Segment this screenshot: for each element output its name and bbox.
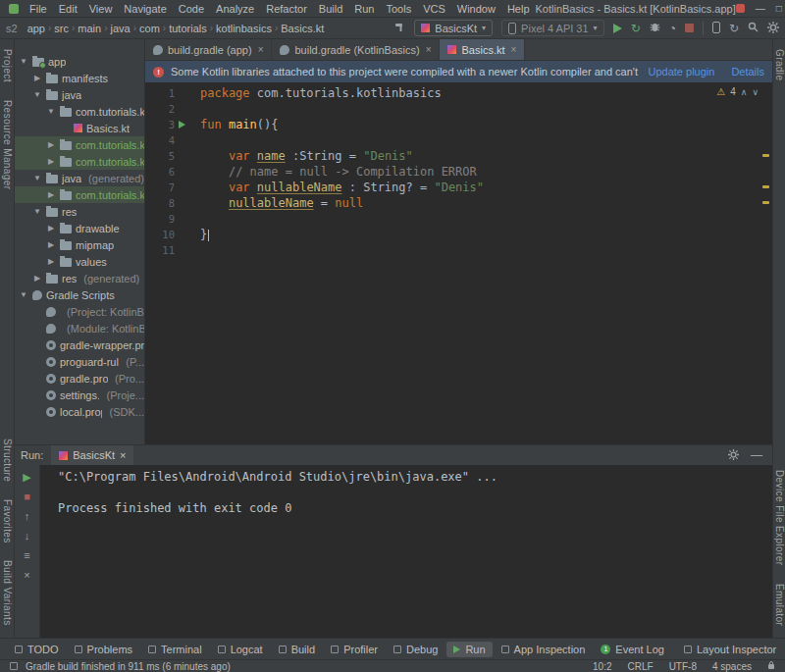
inspection-widget[interactable]: ⚠ 4 ∧ ∨ <box>716 86 759 97</box>
tree-item-com-tutorials-kotlinbasics[interactable]: ▶com.tutorials.kotlinbasics <box>15 153 144 170</box>
toolwindow-tab-profiler[interactable]: Profiler <box>324 642 385 657</box>
tree-item-drawable[interactable]: ▶drawable <box>15 220 144 236</box>
tree-item-values[interactable]: ▶values <box>15 253 144 270</box>
toolwindow-button-device-file-explorer[interactable]: Device File Explorer <box>774 470 785 565</box>
tree-item-gradle-scripts[interactable]: ▼Gradle Scripts <box>15 286 144 303</box>
search-everywhere-icon[interactable] <box>748 22 759 34</box>
breadcrumb-item-tutorials[interactable]: tutorials <box>167 23 209 34</box>
tree-collapse-icon[interactable]: ▼ <box>32 174 42 182</box>
details-link[interactable]: Details <box>721 66 764 78</box>
rerun-icon[interactable]: ▶ <box>23 472 30 483</box>
toolwindow-button-structure[interactable]: Structure <box>2 439 13 482</box>
toolwindow-tab-debug[interactable]: Debug <box>387 642 445 657</box>
settings-gear-icon[interactable] <box>767 22 779 35</box>
tree-expand-icon[interactable]: ▶ <box>46 224 56 233</box>
toolwindow-tab-problems[interactable]: Problems <box>68 642 139 657</box>
tree-item-com-tutorials-kotlinbasics[interactable]: ▶com.tutorials.kotlinbasics <box>15 136 144 153</box>
soft-wrap-icon[interactable]: ≡ <box>24 550 29 561</box>
menu-analyze[interactable]: Analyze <box>210 3 260 15</box>
prev-warning-icon[interactable]: ∧ <box>741 87 748 97</box>
menu-run[interactable]: Run <box>348 3 380 15</box>
tree-expand-icon[interactable]: ▶ <box>32 74 42 82</box>
tree-item-java[interactable]: ▼java <box>15 86 144 103</box>
tree-collapse-icon[interactable]: ▼ <box>32 90 42 99</box>
tree-collapse-icon[interactable]: ▼ <box>19 57 28 66</box>
hide-panel-icon[interactable]: — <box>751 449 762 461</box>
tree-expand-icon[interactable]: ▶ <box>46 240 56 249</box>
menu-code[interactable]: Code <box>173 3 210 15</box>
debug-button[interactable] <box>650 22 660 34</box>
breadcrumb-item-src[interactable]: src <box>52 23 71 34</box>
editor-tab-basics-kt[interactable]: Basics.kt× <box>440 39 525 60</box>
toolwindow-button-build-variants[interactable]: Build Variants <box>2 560 13 626</box>
tree-item-app[interactable]: ▼app <box>15 53 144 70</box>
toolwindow-button-emulator[interactable]: Emulator <box>774 584 785 626</box>
statusbar-item-event-log[interactable]: 1Event Log <box>594 642 671 657</box>
lock-icon[interactable] <box>767 660 775 672</box>
tree-item-mipmap[interactable]: ▶mipmap <box>15 236 144 253</box>
editor-tab-build-gradle-app-[interactable]: build.gradle (app)× <box>145 39 272 60</box>
menu-refactor[interactable]: Refactor <box>260 3 313 15</box>
tree-expand-icon[interactable]: ▶ <box>46 257 56 266</box>
toolwindow-tab-terminal[interactable]: Terminal <box>141 642 209 657</box>
breadcrumb-item-app[interactable]: app <box>26 23 47 34</box>
breadcrumb-item-java[interactable]: java <box>109 23 132 34</box>
minimize-button[interactable]: — <box>756 3 765 14</box>
toolwindow-button-gradle[interactable]: Gradle <box>774 49 785 80</box>
tree-collapse-icon[interactable]: ▼ <box>32 207 42 216</box>
tree-item-local-properties[interactable]: local.properties (SDK... <box>15 403 144 420</box>
build-hammer-icon[interactable] <box>394 22 405 34</box>
editor-tab-build-gradle-kotlinbasics-[interactable]: build.gradle (KotlinBasics)× <box>272 39 440 60</box>
tree-item-settings-gradle[interactable]: settings.gradle (Proje... <box>15 387 144 403</box>
tree-item-gradle-wrapper-properties[interactable]: gradle-wrapper.properties <box>15 336 144 353</box>
tree-item-build-gradle[interactable]: build.gradle (Module: KotlinBasics.app) <box>15 320 144 336</box>
tree-expand-icon[interactable]: ▶ <box>46 157 56 166</box>
close-tab-icon[interactable]: × <box>511 44 517 55</box>
tree-item-manifests[interactable]: ▶manifests <box>15 70 144 86</box>
menu-file[interactable]: File <box>24 3 53 15</box>
settings-gear-icon[interactable] <box>728 449 739 462</box>
toolwindow-tab-run[interactable]: Run <box>446 642 492 657</box>
breadcrumb-item-main[interactable]: main <box>76 23 103 34</box>
toolwindow-button-project[interactable]: Project <box>2 49 13 82</box>
next-warning-icon[interactable]: ∨ <box>752 87 759 97</box>
tree-item-res[interactable]: ▶res (generated) <box>15 270 144 286</box>
stop-icon[interactable]: ■ <box>24 491 30 502</box>
tree-collapse-icon[interactable]: ▼ <box>46 107 56 116</box>
maximize-button[interactable]: □ <box>776 3 782 14</box>
breadcrumb-item-com[interactable]: com <box>137 23 162 34</box>
run-line-gutter[interactable] <box>175 117 188 132</box>
close-tab-icon[interactable]: × <box>258 44 264 55</box>
run-button[interactable] <box>613 24 622 33</box>
code-editor[interactable]: ⚠ 4 ∧ ∨ 1package com.tutorials.kotlinbas… <box>145 82 772 444</box>
scroll-up-icon[interactable]: ↑ <box>25 511 30 522</box>
warning-stripe-mark[interactable] <box>762 201 769 204</box>
line-separator-indicator[interactable]: CRLF <box>628 661 654 672</box>
toolwindow-tab-app-inspection[interactable]: App Inspection <box>495 642 593 657</box>
clear-icon[interactable]: × <box>24 570 29 581</box>
scroll-down-icon[interactable]: ↓ <box>25 531 30 542</box>
encoding-indicator[interactable]: UTF-8 <box>669 661 697 672</box>
menu-vcs[interactable]: VCS <box>417 3 451 15</box>
tree-item-gradle-properties[interactable]: gradle.properties (Pro... <box>15 370 144 387</box>
menu-tools[interactable]: Tools <box>380 3 417 15</box>
menu-build[interactable]: Build <box>313 3 348 15</box>
warning-stripe-mark[interactable] <box>762 185 769 188</box>
tree-item-res[interactable]: ▼res <box>15 203 144 220</box>
toolwindow-switcher-icon[interactable] <box>10 662 18 670</box>
breadcrumb-item-basics-kt[interactable]: Basics.kt <box>279 23 326 34</box>
run-triangle-icon[interactable] <box>179 121 185 129</box>
sync-project-icon[interactable]: ↻ <box>729 23 739 34</box>
tree-item-com-tutorials-kotlinbasics[interactable]: ▶com.tutorials.kotlinbasics <box>15 186 144 203</box>
avd-manager-icon[interactable] <box>712 22 720 35</box>
menu-navigate[interactable]: Navigate <box>118 3 172 15</box>
tree-item-java[interactable]: ▼java (generated) <box>15 170 144 186</box>
update-plugin-link[interactable]: Update plugin <box>648 66 714 78</box>
device-select[interactable]: Pixel 4 API 31 ▾ <box>501 20 604 36</box>
toolwindow-tab-logcat[interactable]: Logcat <box>211 642 270 657</box>
warning-stripe-mark[interactable] <box>762 154 769 157</box>
close-tab-icon[interactable]: × <box>426 44 432 55</box>
menu-help[interactable]: Help <box>501 3 536 15</box>
tree-expand-icon[interactable]: ▶ <box>46 140 56 149</box>
apply-changes-button[interactable]: ↻ <box>631 23 641 34</box>
